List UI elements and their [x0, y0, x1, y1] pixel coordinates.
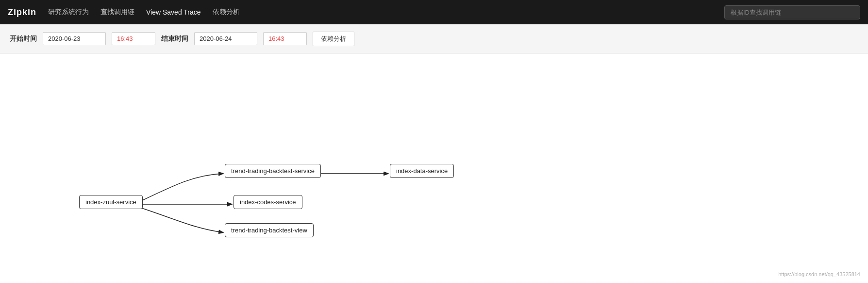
- navbar: Zipkin 研究系统行为 查找调用链 View Saved Trace 依赖分…: [0, 0, 868, 24]
- nav-link-view-saved-trace[interactable]: View Saved Trace: [146, 8, 201, 16]
- search-input[interactable]: [724, 5, 860, 19]
- watermark: https://blog.csdn.net/qq_43525814: [778, 271, 860, 277]
- filter-bar: 开始时间 结束时间 依赖分析: [0, 24, 868, 53]
- dependency-button[interactable]: 依赖分析: [313, 32, 354, 46]
- node-trend-trading-backtest-service[interactable]: trend-trading-backtest-service: [225, 164, 321, 178]
- nav-link-research[interactable]: 研究系统行为: [48, 8, 89, 17]
- start-time-label: 开始时间: [10, 35, 37, 43]
- nav-link-find-trace[interactable]: 查找调用链: [100, 8, 134, 17]
- node-index-codes-service[interactable]: index-codes-service: [234, 195, 302, 209]
- end-time-label: 结束时间: [161, 35, 188, 43]
- diagram-area: index-zuul-service trend-trading-backtes…: [0, 53, 868, 282]
- nav-link-dependency[interactable]: 依赖分析: [213, 8, 240, 17]
- node-index-zuul-service[interactable]: index-zuul-service: [79, 195, 143, 209]
- brand-logo: Zipkin: [8, 7, 36, 18]
- end-date-input[interactable]: [194, 32, 257, 45]
- node-trend-trading-backtest-view[interactable]: trend-trading-backtest-view: [225, 223, 314, 237]
- start-time-input[interactable]: [112, 32, 155, 45]
- end-time-input[interactable]: [263, 32, 307, 45]
- start-date-input[interactable]: [43, 32, 106, 45]
- node-index-data-service[interactable]: index-data-service: [390, 164, 454, 178]
